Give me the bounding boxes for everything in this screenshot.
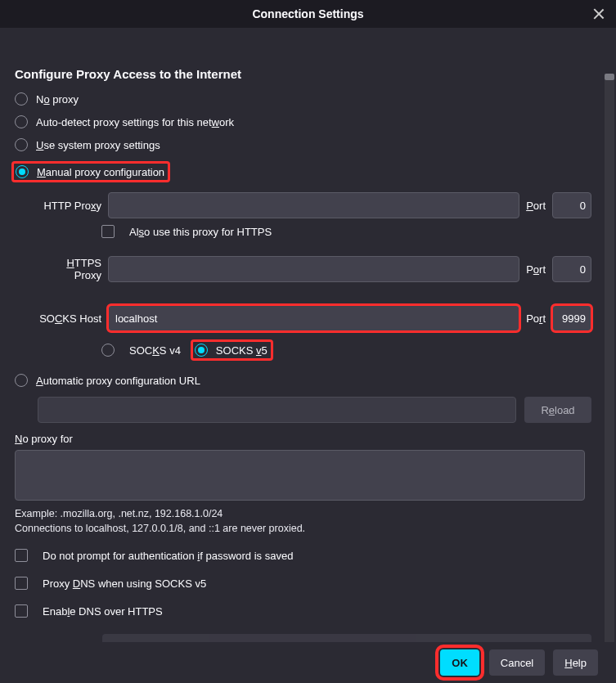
no-proxy-note: Connections to localhost, 127.0.0.1/8, a… bbox=[15, 523, 591, 534]
radio-manual-row[interactable]: Manual proxy configuration bbox=[11, 161, 591, 182]
reload-button[interactable]: Reload bbox=[524, 397, 591, 423]
http-proxy-label: HTTP Proxy bbox=[38, 200, 101, 212]
radio-system-row[interactable]: Use system proxy settings bbox=[15, 138, 591, 151]
radio-socks-v5-label: SOCKS v5 bbox=[216, 344, 268, 357]
also-https-row[interactable]: Also use this proxy for HTTPS bbox=[101, 225, 591, 238]
proxy-dns-checkbox[interactable] bbox=[15, 577, 28, 590]
radio-socks-v4[interactable] bbox=[101, 344, 115, 357]
scrollbar-thumb[interactable] bbox=[605, 74, 614, 80]
no-prompt-label: Do not prompt for authentication if pass… bbox=[43, 550, 293, 562]
radio-system[interactable] bbox=[15, 138, 28, 151]
https-port-input[interactable] bbox=[552, 256, 591, 282]
http-port-label: Port bbox=[526, 200, 546, 212]
no-proxy-for-textarea[interactable] bbox=[15, 450, 585, 501]
http-proxy-row: HTTP Proxy Port bbox=[38, 192, 591, 218]
also-https-checkbox[interactable] bbox=[101, 225, 115, 238]
radio-no-proxy-label: No proxy bbox=[36, 93, 79, 106]
https-proxy-input[interactable] bbox=[108, 256, 519, 282]
proxy-dns-label: Proxy DNS when using SOCKS v5 bbox=[43, 577, 206, 590]
radio-system-label: Use system proxy settings bbox=[36, 139, 160, 151]
radio-auto-config-row[interactable]: Automatic proxy configuration URL bbox=[15, 374, 591, 387]
no-proxy-for-label: No proxy for bbox=[15, 433, 591, 445]
no-proxy-example: Example: .mozilla.org, .net.nz, 192.168.… bbox=[15, 508, 591, 519]
radio-no-proxy[interactable] bbox=[15, 92, 28, 106]
help-button[interactable]: Help bbox=[553, 649, 598, 676]
dialog-content: Configure Proxy Access to the Internet N… bbox=[0, 28, 616, 642]
titlebar: Connection Settings bbox=[0, 0, 616, 28]
scrollbar[interactable] bbox=[605, 74, 614, 642]
radio-socks-v4-label: SOCKS v4 bbox=[129, 344, 181, 357]
radio-auto-detect-label: Auto-detect proxy settings for this netw… bbox=[36, 116, 234, 128]
radio-auto-config[interactable] bbox=[15, 374, 28, 387]
also-https-label: Also use this proxy for HTTPS bbox=[129, 226, 272, 238]
radio-no-proxy-row[interactable]: No proxy bbox=[15, 92, 591, 106]
https-port-label: Port bbox=[526, 263, 546, 276]
radio-auto-config-label: Automatic proxy configuration URL bbox=[36, 375, 200, 387]
provider-select[interactable]: Cloudflare (Default) bbox=[102, 634, 591, 642]
dialog-title: Connection Settings bbox=[252, 7, 363, 20]
http-proxy-input[interactable] bbox=[108, 192, 519, 218]
enable-doh-row[interactable]: Enable DNS over HTTPS bbox=[15, 604, 591, 618]
radio-manual[interactable] bbox=[16, 165, 29, 178]
http-port-input[interactable] bbox=[552, 192, 591, 218]
no-prompt-checkbox[interactable] bbox=[15, 549, 28, 562]
socks-host-label: SOCKS Host bbox=[38, 312, 101, 325]
no-prompt-row[interactable]: Do not prompt for authentication if pass… bbox=[15, 549, 591, 562]
close-icon[interactable] bbox=[591, 7, 606, 21]
socks-host-row: SOCKS Host Port bbox=[38, 305, 591, 331]
https-proxy-label: HTTPS Proxy bbox=[38, 257, 101, 281]
auto-config-row: Reload bbox=[38, 397, 591, 423]
radio-auto-detect[interactable] bbox=[15, 115, 28, 128]
radio-auto-detect-row[interactable]: Auto-detect proxy settings for this netw… bbox=[15, 115, 591, 128]
cancel-button[interactable]: Cancel bbox=[489, 649, 545, 676]
radio-manual-label: Manual proxy configuration bbox=[37, 166, 164, 178]
https-proxy-row: HTTPS Proxy Port bbox=[38, 256, 591, 282]
socks-port-label: Port bbox=[526, 312, 546, 325]
section-heading: Configure Proxy Access to the Internet bbox=[15, 67, 591, 81]
auto-config-url-input[interactable] bbox=[38, 397, 516, 423]
proxy-dns-row[interactable]: Proxy DNS when using SOCKS v5 bbox=[15, 577, 591, 590]
enable-doh-checkbox[interactable] bbox=[15, 604, 28, 618]
ok-button[interactable]: OK bbox=[440, 649, 479, 676]
dialog-footer: OK Cancel Help bbox=[0, 642, 616, 683]
socks-port-input[interactable] bbox=[552, 305, 591, 331]
socks-version-row: SOCKS v4 SOCKS v5 bbox=[101, 339, 591, 361]
ok-highlight: OK bbox=[438, 648, 481, 677]
enable-doh-label: Enable DNS over HTTPS bbox=[43, 605, 163, 618]
radio-socks-v5[interactable] bbox=[195, 344, 208, 357]
provider-row: Use Provider Cloudflare (Default) bbox=[33, 634, 591, 642]
socks-host-input[interactable] bbox=[108, 305, 519, 331]
